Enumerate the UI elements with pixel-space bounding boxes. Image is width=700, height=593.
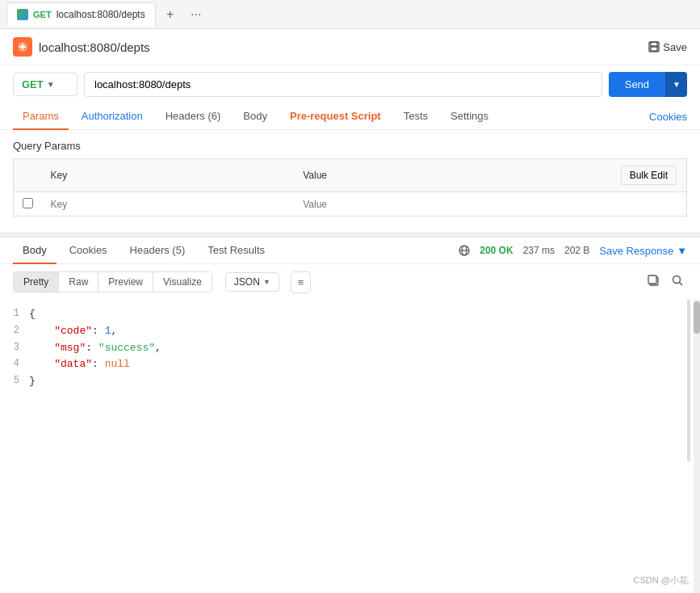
resp-tab-headers[interactable]: Headers (5)	[120, 238, 195, 264]
active-tab[interactable]: GET localhost:8080/depts	[6, 2, 156, 27]
params-table: Key Value Bulk Edit	[13, 158, 687, 217]
scrollbar-thumb	[694, 301, 700, 334]
tab-params[interactable]: Params	[13, 103, 69, 130]
view-tab-visualize[interactable]: Visualize	[153, 272, 212, 292]
view-actions	[643, 271, 687, 293]
svg-line-11	[680, 283, 683, 286]
svg-rect-4	[651, 47, 657, 51]
json-code-view: 1 { 2 "code": 1, 3 "msg": "success", 4	[0, 300, 690, 461]
col-value-header: Value	[295, 159, 547, 192]
resp-tab-cookies[interactable]: Cookies	[60, 238, 117, 264]
wrap-button[interactable]: ≡	[291, 271, 312, 293]
tab-settings[interactable]: Settings	[441, 103, 498, 130]
resp-tab-test-results[interactable]: Test Results	[198, 238, 275, 264]
save-label: Save	[663, 41, 687, 53]
params-row	[14, 192, 687, 217]
url-bar: GET ▼ Send ▼	[0, 65, 700, 103]
row-checkbox[interactable]	[23, 198, 33, 208]
vertical-scrollbar[interactable]	[694, 300, 700, 593]
view-tab-group: Pretty Raw Preview Visualize	[13, 271, 212, 292]
params-section: Query Params Key Value Bulk Edit	[0, 130, 700, 217]
add-tab-button[interactable]: +	[159, 3, 182, 26]
tab-cookies[interactable]: Cookies	[649, 104, 687, 129]
code-line-1: 1 {	[0, 306, 687, 323]
view-tab-pretty[interactable]: Pretty	[14, 272, 59, 292]
svg-point-10	[673, 276, 681, 284]
method-select[interactable]: GET ▼	[13, 73, 78, 96]
code-line-4: 4 "data": null	[0, 356, 687, 373]
request-title: localhost:8080/depts	[39, 40, 648, 54]
send-dropdown-button[interactable]: ▼	[665, 72, 687, 97]
save-response-button[interactable]: Save Response ▼	[599, 245, 687, 257]
key-input[interactable]	[51, 199, 287, 210]
postman-icon	[17, 9, 28, 20]
tab-body[interactable]: Body	[233, 103, 277, 130]
query-params-title: Query Params	[13, 140, 687, 152]
code-line-2: 2 "code": 1,	[0, 323, 687, 340]
method-dropdown-arrow: ▼	[47, 80, 55, 89]
tab-headers[interactable]: Headers (6)	[156, 103, 231, 130]
response-size: 202 B	[564, 245, 589, 256]
tab-prerequest[interactable]: Pre-request Script	[280, 103, 391, 130]
send-button-group: Send ▼	[609, 72, 687, 97]
status-code: 200 OK	[480, 245, 513, 256]
watermark: CSDN @小花.	[634, 574, 690, 587]
format-label: JSON	[234, 276, 260, 288]
request-header: localhost:8080/depts Save	[0, 29, 700, 65]
postman-logo-icon	[13, 37, 32, 57]
save-icon	[648, 41, 660, 53]
copy-button[interactable]	[643, 271, 663, 293]
value-input[interactable]	[303, 199, 539, 210]
response-time: 237 ms	[523, 245, 555, 256]
tab-authorization[interactable]: Authorization	[72, 103, 153, 130]
tab-bar: GET localhost:8080/depts + ···	[0, 0, 700, 29]
save-button[interactable]: Save	[648, 41, 687, 53]
tab-method: GET	[33, 10, 52, 19]
url-input[interactable]	[84, 72, 602, 97]
request-tabs: Params Authorization Headers (6) Body Pr…	[0, 103, 700, 130]
save-response-arrow: ▼	[677, 245, 687, 257]
view-tabs: Pretty Raw Preview Visualize JSON ▼ ≡	[0, 264, 700, 300]
search-icon	[671, 274, 684, 287]
resp-tab-body[interactable]: Body	[13, 238, 57, 264]
col-key-header: Key	[43, 159, 296, 192]
view-tab-preview[interactable]: Preview	[99, 272, 153, 292]
response-body: 1 { 2 "code": 1, 3 "msg": "success", 4	[0, 300, 700, 593]
view-tab-raw[interactable]: Raw	[59, 272, 99, 292]
tab-url: localhost:8080/depts	[57, 9, 145, 20]
svg-rect-3	[651, 42, 657, 46]
format-dropdown-arrow: ▼	[263, 278, 270, 286]
method-label: GET	[22, 78, 44, 90]
bulk-edit-button[interactable]: Bulk Edit	[621, 166, 677, 185]
tab-tests[interactable]: Tests	[394, 103, 438, 130]
send-button[interactable]: Send	[609, 72, 665, 97]
globe-icon	[459, 245, 470, 256]
search-button[interactable]	[668, 271, 687, 293]
response-status-bar: 200 OK 237 ms 202 B Save Response ▼	[459, 245, 687, 257]
format-select[interactable]: JSON ▼	[225, 272, 279, 292]
response-tabs: Body Cookies Headers (5) Test Results 20…	[0, 238, 700, 264]
code-line-3: 3 "msg": "success",	[0, 340, 687, 357]
code-line-5: 5 }	[0, 373, 687, 390]
more-tabs-button[interactable]: ···	[185, 3, 207, 26]
svg-rect-9	[648, 275, 656, 284]
copy-icon	[647, 274, 660, 287]
